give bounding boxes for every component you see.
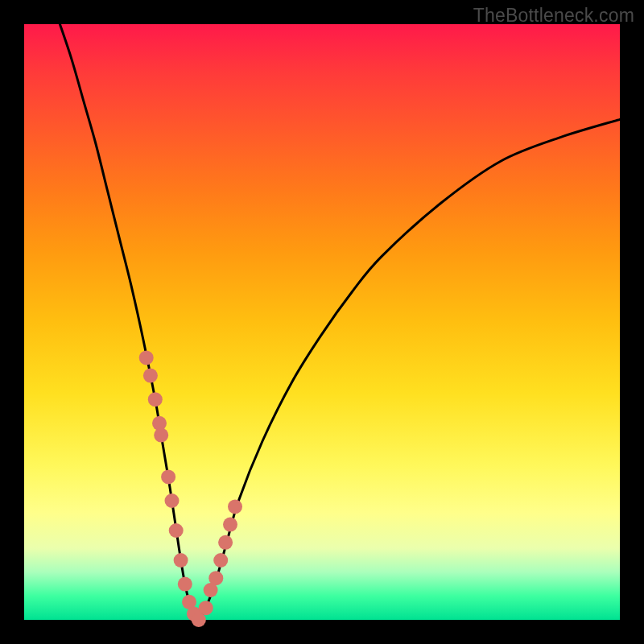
highlight-dot xyxy=(165,493,180,508)
watermark-text: TheBottleneck.com xyxy=(473,5,634,27)
highlight-dot xyxy=(228,499,242,514)
chart-frame: TheBottleneck.com xyxy=(0,0,644,644)
highlight-dot xyxy=(213,553,228,568)
highlight-dot xyxy=(169,523,184,538)
curve-svg xyxy=(24,24,620,620)
highlight-dot xyxy=(223,518,237,532)
highlight-dot xyxy=(143,369,158,383)
highlight-dot xyxy=(218,535,233,550)
highlight-dot xyxy=(178,577,192,592)
highlight-dot xyxy=(161,469,175,484)
highlight-dot xyxy=(139,350,154,365)
highlight-dot xyxy=(154,428,168,443)
highlight-dot xyxy=(208,571,223,585)
plot-area xyxy=(24,24,620,620)
highlight-dot xyxy=(174,553,188,568)
highlight-dot xyxy=(148,392,163,407)
bottleneck-curve xyxy=(60,24,620,620)
highlight-dot xyxy=(199,601,213,615)
